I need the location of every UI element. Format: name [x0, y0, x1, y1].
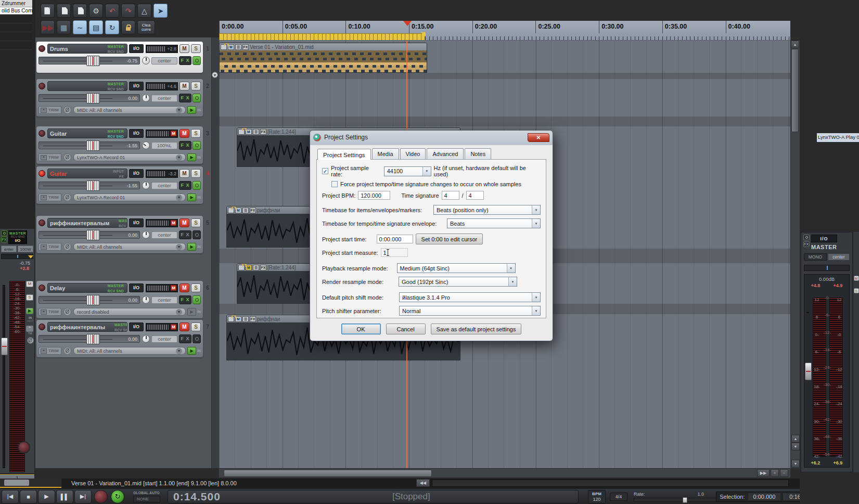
io-button[interactable]: I/O — [129, 169, 144, 178]
track-name[interactable]: риффнаинтервалы — [50, 324, 105, 330]
item-notes-icon[interactable]: ☰ — [253, 129, 259, 135]
fx-chain-slot[interactable]: Zdrummer — [0, 0, 32, 7]
input-selector[interactable]: MIDI: All: All channels▼ — [73, 106, 186, 114]
pan-knob[interactable] — [142, 182, 150, 189]
fx-bypass-button[interactable] — [193, 181, 201, 190]
fx-button[interactable]: F X — [179, 141, 191, 150]
dialog-titlebar[interactable]: Project Settings ✕ — [310, 131, 553, 144]
pan-label[interactable]: center — [151, 57, 177, 64]
fader-thumb[interactable] — [86, 295, 100, 305]
bpm-display[interactable]: BPM 120 — [588, 490, 606, 503]
item-fx-icon[interactable]: FX — [250, 208, 256, 213]
item-notes-icon[interactable]: ☰ — [242, 208, 249, 213]
vertical-scrollbar[interactable]: ▲ ▲ ▼ ▼ — [790, 41, 800, 468]
input-monitor-button[interactable]: ▶ — [187, 106, 196, 114]
timesig-display[interactable]: 4/4 — [610, 493, 627, 501]
media-item-midi[interactable]: M ☰ FX Verse 01 - Variation_01.mid — [219, 43, 427, 73]
track-panel-riff-7[interactable]: 7 риффнаинтервалы MASTERRCV SND I/O M M … — [36, 320, 203, 357]
trim-envelope-button[interactable]: ⌃TRIM — [39, 153, 61, 161]
track-name[interactable]: Drums — [50, 46, 68, 52]
set-cursor-button[interactable]: Set 0:00 to edit cursor — [416, 234, 483, 244]
sample-rate-checkbox[interactable]: ✓ — [322, 168, 328, 174]
solo-button[interactable]: S — [854, 288, 859, 293]
tab-advanced[interactable]: Advanced — [427, 148, 464, 159]
fx-bypass-button[interactable] — [193, 94, 201, 102]
master-power-button[interactable] — [803, 235, 810, 240]
track-panel-guitar-3[interactable]: 3 Guitar MASTERRCV SND I/O M M S -1.55 1… — [36, 126, 203, 164]
tcp-scroll-knob[interactable]: ▼ — [212, 72, 218, 78]
track-panel-2[interactable]: 2 MASTERRCV SND I/O +4.6 M S 0.00 center… — [36, 79, 203, 117]
scrollbar-track[interactable] — [432, 480, 789, 487]
fader-thumb[interactable] — [1, 338, 8, 355]
record-button[interactable] — [94, 490, 108, 503]
ripple-edit-button[interactable]: ▶▶ — [41, 20, 55, 34]
pan-label[interactable]: center — [151, 335, 177, 343]
trim-envelope-button[interactable]: ⌃TRIM — [39, 106, 61, 114]
volume-fader[interactable]: 0.00 — [39, 335, 140, 343]
go-to-start-button[interactable]: |◀ — [2, 490, 19, 503]
timesig-den-field[interactable]: 4 — [466, 191, 484, 200]
mute-button[interactable]: M — [854, 276, 859, 281]
phase-button[interactable]: Ø — [63, 106, 71, 114]
mini-scrollbar[interactable] — [0, 479, 61, 488]
item-mute-icon[interactable]: M — [235, 208, 241, 213]
tab-project-settings[interactable]: Project Settings — [317, 149, 371, 160]
scrollbar-thumb[interactable] — [224, 470, 432, 477]
input-selector[interactable]: record disabled▼ — [73, 308, 186, 316]
fader-thumb[interactable] — [86, 93, 100, 104]
track-panel-drums[interactable]: 1 Drums MASTERRCV SND I/O +2.8 M S -0.75… — [36, 42, 203, 73]
input-monitor-button[interactable]: ▶ — [187, 308, 196, 316]
solo-button[interactable]: S — [191, 283, 201, 292]
pan-label[interactable]: center — [151, 182, 177, 189]
io-button[interactable]: I/O — [129, 322, 144, 331]
clear-current-button[interactable]: Clea curre — [137, 20, 155, 34]
input-monitor-button[interactable]: ▶ — [187, 193, 196, 201]
stop-button[interactable]: ■ — [20, 490, 37, 503]
trim-envelope-button[interactable]: ⌃TRIM — [39, 193, 61, 201]
input-selector[interactable]: MIDI: All: All channels▼ — [73, 243, 186, 251]
track-name[interactable]: Guitar — [50, 131, 67, 137]
route-display[interactable]: INPUTFX — [101, 169, 124, 178]
fx-button[interactable]: F X — [179, 230, 191, 239]
envelope-points-button[interactable]: ∼ — [73, 20, 87, 34]
playback-resample-combo[interactable]: Medium (64pt Sinc)▼ — [397, 263, 516, 273]
record-arm-button[interactable] — [39, 285, 45, 291]
input-selector[interactable]: MIDI: All: All channels▼ — [73, 347, 186, 355]
record-arm-button[interactable] — [39, 130, 45, 137]
fx-chain-slot[interactable]: olid Bus Comp — [0, 7, 32, 15]
mute-button[interactable]: M — [180, 169, 189, 178]
mute-button[interactable]: M — [180, 129, 189, 138]
mute-button[interactable]: M — [180, 44, 189, 53]
track-name[interactable]: риффнаинтервалым — [50, 220, 109, 226]
midi-item-body[interactable] — [220, 50, 427, 72]
input-monitor-button[interactable]: ▶ — [187, 243, 196, 251]
mixer-power-button[interactable] — [1, 230, 7, 236]
ok-button[interactable]: OK — [341, 324, 381, 334]
solo-button[interactable]: S — [191, 129, 201, 138]
record-arm-button[interactable] — [39, 219, 45, 226]
pause-button[interactable]: ▌▌ — [56, 490, 73, 503]
item-lock-icon[interactable] — [238, 129, 245, 135]
phase-button[interactable]: Ø — [63, 347, 71, 355]
global-automation[interactable]: GLOBAL AUTO NONE — [133, 490, 160, 502]
project-settings-button[interactable]: ⚙ — [89, 4, 103, 18]
grid-button[interactable]: ▦ — [57, 20, 71, 34]
timebase-tempo-combo[interactable]: Beats▼ — [447, 218, 541, 228]
save-default-button[interactable]: Save as default project settings — [431, 324, 522, 334]
input-monitor-button[interactable]: ▶ — [187, 153, 196, 161]
item-notes-icon[interactable]: ☰ — [253, 265, 259, 270]
transport-time-display[interactable]: 0:14.500 [Stopped] — [168, 490, 579, 503]
mixer-record-arm-button[interactable] — [18, 441, 30, 454]
master-fx-button[interactable]: FX — [803, 241, 810, 247]
solo-button[interactable]: S — [191, 44, 201, 53]
io-button[interactable]: I/O — [129, 82, 144, 91]
volume-fader[interactable]: -0.75 — [39, 57, 140, 64]
track-panel-riff-5[interactable]: 5 риффнаинтервалым MASTERRCV SND I/O M M… — [36, 216, 203, 253]
input-selector[interactable]: LynxTWO-A Record 01▼ — [73, 153, 186, 161]
fx-bypass-button[interactable] — [193, 56, 201, 65]
item-fx-icon[interactable]: FX — [260, 129, 266, 135]
repeat-button[interactable]: ↻ — [111, 490, 124, 503]
fader-thumb[interactable] — [86, 56, 100, 66]
route-display[interactable]: MASTERRCV SND — [101, 128, 124, 138]
loop-region[interactable] — [219, 33, 425, 41]
